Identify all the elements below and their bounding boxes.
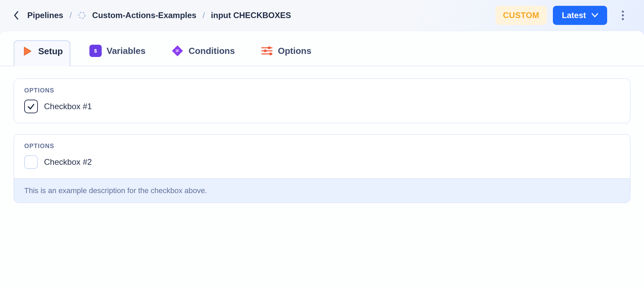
project-icon	[78, 11, 86, 19]
tab-label: Variables	[106, 46, 145, 56]
breadcrumb: Pipelines / Custom-Actions-Examples / in…	[12, 11, 291, 20]
svg-point-2	[622, 14, 624, 16]
chevron-left-icon	[14, 11, 19, 20]
header-controls: CUSTOM Latest	[496, 6, 632, 25]
svg-point-9	[264, 49, 267, 52]
breadcrumb-project[interactable]: Custom-Actions-Examples	[92, 11, 196, 20]
dots-vertical-icon	[621, 10, 624, 20]
version-dropdown[interactable]: Latest	[553, 6, 607, 25]
breadcrumb-current: input CHECKBOXES	[211, 11, 291, 20]
tab-conditions[interactable]: IF Conditions	[164, 40, 242, 66]
tab-label: Conditions	[188, 46, 235, 56]
tab-label: Options	[278, 46, 311, 56]
top-bar: Pipelines / Custom-Actions-Examples / in…	[0, 0, 644, 31]
panels: OPTIONS Checkbox #1 OPTIONS Checkbox #2	[0, 66, 644, 215]
panel-title: OPTIONS	[24, 143, 620, 150]
custom-badge: CUSTOM	[496, 6, 547, 25]
tab-setup[interactable]: Setup	[14, 40, 70, 66]
breadcrumb-separator: /	[69, 11, 72, 20]
tab-bar: Setup $ Variables IF Conditions	[0, 31, 644, 66]
checkbox-row-2[interactable]: Checkbox #2	[24, 155, 620, 169]
svg-text:$: $	[94, 48, 97, 54]
check-icon	[27, 102, 35, 111]
dollar-icon: $	[89, 45, 102, 57]
svg-text:IF: IF	[176, 49, 180, 53]
play-icon	[21, 45, 33, 57]
svg-point-7	[268, 46, 271, 49]
tab-variables[interactable]: $ Variables	[83, 40, 152, 66]
svg-point-0	[79, 12, 85, 18]
breadcrumb-separator: /	[202, 11, 205, 20]
tab-label: Setup	[38, 46, 63, 57]
tab-options[interactable]: Options	[254, 40, 318, 66]
checkbox-1[interactable]	[24, 100, 38, 113]
sliders-icon	[261, 45, 273, 57]
checkbox-label: Checkbox #2	[44, 157, 92, 167]
panel-description: This is an example description for the c…	[14, 178, 630, 203]
checkbox-row-1[interactable]: Checkbox #1	[24, 100, 620, 113]
options-panel-1: OPTIONS Checkbox #1	[14, 78, 630, 123]
if-icon: IF	[171, 45, 184, 57]
panel-title: OPTIONS	[24, 87, 620, 94]
content-sheet: Setup $ Variables IF Conditions	[0, 31, 644, 289]
more-menu-button[interactable]	[613, 6, 632, 25]
svg-point-11	[269, 53, 272, 55]
svg-point-3	[622, 18, 624, 20]
chevron-down-icon	[591, 13, 598, 18]
breadcrumb-root[interactable]: Pipelines	[27, 11, 63, 20]
svg-point-1	[622, 11, 624, 13]
checkbox-2[interactable]	[24, 155, 38, 169]
options-panel-2: OPTIONS Checkbox #2 This is an example d…	[14, 134, 630, 203]
version-label: Latest	[562, 11, 586, 20]
back-button[interactable]	[12, 11, 21, 20]
checkbox-label: Checkbox #1	[44, 102, 92, 111]
